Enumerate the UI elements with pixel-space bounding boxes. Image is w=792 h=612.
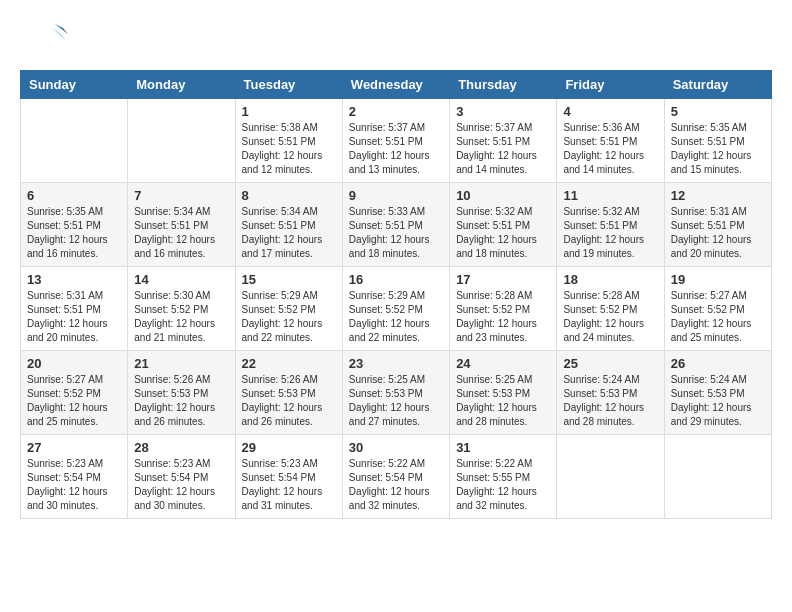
day-info: Sunrise: 5:29 AM Sunset: 5:52 PM Dayligh… (242, 289, 336, 345)
calendar-table: SundayMondayTuesdayWednesdayThursdayFrid… (20, 70, 772, 519)
day-number: 23 (349, 356, 443, 371)
day-info: Sunrise: 5:37 AM Sunset: 5:51 PM Dayligh… (349, 121, 443, 177)
calendar-cell: 9Sunrise: 5:33 AM Sunset: 5:51 PM Daylig… (342, 183, 449, 267)
logo-icon (20, 20, 70, 60)
day-number: 2 (349, 104, 443, 119)
day-number: 15 (242, 272, 336, 287)
calendar-cell: 22Sunrise: 5:26 AM Sunset: 5:53 PM Dayli… (235, 351, 342, 435)
day-number: 17 (456, 272, 550, 287)
calendar-cell: 19Sunrise: 5:27 AM Sunset: 5:52 PM Dayli… (664, 267, 771, 351)
day-number: 4 (563, 104, 657, 119)
day-header-saturday: Saturday (664, 71, 771, 99)
day-number: 20 (27, 356, 121, 371)
calendar-cell (21, 99, 128, 183)
svg-marker-0 (55, 24, 68, 34)
calendar-cell: 30Sunrise: 5:22 AM Sunset: 5:54 PM Dayli… (342, 435, 449, 519)
day-info: Sunrise: 5:23 AM Sunset: 5:54 PM Dayligh… (134, 457, 228, 513)
day-number: 5 (671, 104, 765, 119)
day-header-wednesday: Wednesday (342, 71, 449, 99)
calendar-cell: 27Sunrise: 5:23 AM Sunset: 5:54 PM Dayli… (21, 435, 128, 519)
calendar-cell: 1Sunrise: 5:38 AM Sunset: 5:51 PM Daylig… (235, 99, 342, 183)
day-number: 7 (134, 188, 228, 203)
calendar-cell: 29Sunrise: 5:23 AM Sunset: 5:54 PM Dayli… (235, 435, 342, 519)
calendar-cell (664, 435, 771, 519)
day-number: 11 (563, 188, 657, 203)
day-number: 30 (349, 440, 443, 455)
calendar-cell: 18Sunrise: 5:28 AM Sunset: 5:52 PM Dayli… (557, 267, 664, 351)
day-header-monday: Monday (128, 71, 235, 99)
calendar-week-row: 27Sunrise: 5:23 AM Sunset: 5:54 PM Dayli… (21, 435, 772, 519)
day-info: Sunrise: 5:28 AM Sunset: 5:52 PM Dayligh… (563, 289, 657, 345)
calendar-cell: 5Sunrise: 5:35 AM Sunset: 5:51 PM Daylig… (664, 99, 771, 183)
calendar-cell: 25Sunrise: 5:24 AM Sunset: 5:53 PM Dayli… (557, 351, 664, 435)
day-info: Sunrise: 5:28 AM Sunset: 5:52 PM Dayligh… (456, 289, 550, 345)
calendar-cell: 26Sunrise: 5:24 AM Sunset: 5:53 PM Dayli… (664, 351, 771, 435)
day-info: Sunrise: 5:32 AM Sunset: 5:51 PM Dayligh… (563, 205, 657, 261)
calendar-cell: 23Sunrise: 5:25 AM Sunset: 5:53 PM Dayli… (342, 351, 449, 435)
calendar-cell: 12Sunrise: 5:31 AM Sunset: 5:51 PM Dayli… (664, 183, 771, 267)
calendar-header-row: SundayMondayTuesdayWednesdayThursdayFrid… (21, 71, 772, 99)
calendar-week-row: 13Sunrise: 5:31 AM Sunset: 5:51 PM Dayli… (21, 267, 772, 351)
day-info: Sunrise: 5:26 AM Sunset: 5:53 PM Dayligh… (134, 373, 228, 429)
day-info: Sunrise: 5:24 AM Sunset: 5:53 PM Dayligh… (563, 373, 657, 429)
calendar-cell: 6Sunrise: 5:35 AM Sunset: 5:51 PM Daylig… (21, 183, 128, 267)
day-number: 26 (671, 356, 765, 371)
day-number: 18 (563, 272, 657, 287)
day-info: Sunrise: 5:22 AM Sunset: 5:55 PM Dayligh… (456, 457, 550, 513)
day-info: Sunrise: 5:31 AM Sunset: 5:51 PM Dayligh… (27, 289, 121, 345)
day-info: Sunrise: 5:35 AM Sunset: 5:51 PM Dayligh… (27, 205, 121, 261)
day-info: Sunrise: 5:34 AM Sunset: 5:51 PM Dayligh… (134, 205, 228, 261)
calendar-cell: 16Sunrise: 5:29 AM Sunset: 5:52 PM Dayli… (342, 267, 449, 351)
day-number: 28 (134, 440, 228, 455)
day-info: Sunrise: 5:27 AM Sunset: 5:52 PM Dayligh… (671, 289, 765, 345)
day-info: Sunrise: 5:27 AM Sunset: 5:52 PM Dayligh… (27, 373, 121, 429)
calendar-cell: 17Sunrise: 5:28 AM Sunset: 5:52 PM Dayli… (450, 267, 557, 351)
day-header-friday: Friday (557, 71, 664, 99)
day-number: 24 (456, 356, 550, 371)
calendar-cell: 3Sunrise: 5:37 AM Sunset: 5:51 PM Daylig… (450, 99, 557, 183)
day-info: Sunrise: 5:24 AM Sunset: 5:53 PM Dayligh… (671, 373, 765, 429)
day-number: 3 (456, 104, 550, 119)
calendar-week-row: 6Sunrise: 5:35 AM Sunset: 5:51 PM Daylig… (21, 183, 772, 267)
calendar-cell: 8Sunrise: 5:34 AM Sunset: 5:51 PM Daylig… (235, 183, 342, 267)
day-info: Sunrise: 5:35 AM Sunset: 5:51 PM Dayligh… (671, 121, 765, 177)
day-number: 22 (242, 356, 336, 371)
calendar-cell: 15Sunrise: 5:29 AM Sunset: 5:52 PM Dayli… (235, 267, 342, 351)
day-number: 21 (134, 356, 228, 371)
day-info: Sunrise: 5:36 AM Sunset: 5:51 PM Dayligh… (563, 121, 657, 177)
day-info: Sunrise: 5:23 AM Sunset: 5:54 PM Dayligh… (242, 457, 336, 513)
calendar-cell (557, 435, 664, 519)
calendar-cell: 2Sunrise: 5:37 AM Sunset: 5:51 PM Daylig… (342, 99, 449, 183)
calendar-cell: 7Sunrise: 5:34 AM Sunset: 5:51 PM Daylig… (128, 183, 235, 267)
calendar-cell: 20Sunrise: 5:27 AM Sunset: 5:52 PM Dayli… (21, 351, 128, 435)
calendar-cell: 24Sunrise: 5:25 AM Sunset: 5:53 PM Dayli… (450, 351, 557, 435)
day-header-thursday: Thursday (450, 71, 557, 99)
day-info: Sunrise: 5:25 AM Sunset: 5:53 PM Dayligh… (349, 373, 443, 429)
day-header-sunday: Sunday (21, 71, 128, 99)
calendar-cell: 21Sunrise: 5:26 AM Sunset: 5:53 PM Dayli… (128, 351, 235, 435)
day-info: Sunrise: 5:29 AM Sunset: 5:52 PM Dayligh… (349, 289, 443, 345)
day-number: 1 (242, 104, 336, 119)
day-number: 14 (134, 272, 228, 287)
day-number: 25 (563, 356, 657, 371)
day-info: Sunrise: 5:26 AM Sunset: 5:53 PM Dayligh… (242, 373, 336, 429)
day-number: 31 (456, 440, 550, 455)
day-number: 6 (27, 188, 121, 203)
calendar-cell: 10Sunrise: 5:32 AM Sunset: 5:51 PM Dayli… (450, 183, 557, 267)
calendar-week-row: 20Sunrise: 5:27 AM Sunset: 5:52 PM Dayli… (21, 351, 772, 435)
calendar-cell: 28Sunrise: 5:23 AM Sunset: 5:54 PM Dayli… (128, 435, 235, 519)
day-info: Sunrise: 5:25 AM Sunset: 5:53 PM Dayligh… (456, 373, 550, 429)
calendar-cell: 11Sunrise: 5:32 AM Sunset: 5:51 PM Dayli… (557, 183, 664, 267)
day-info: Sunrise: 5:32 AM Sunset: 5:51 PM Dayligh… (456, 205, 550, 261)
calendar-cell (128, 99, 235, 183)
calendar-cell: 14Sunrise: 5:30 AM Sunset: 5:52 PM Dayli… (128, 267, 235, 351)
day-number: 12 (671, 188, 765, 203)
page-header (20, 20, 772, 60)
logo (20, 20, 74, 60)
day-info: Sunrise: 5:31 AM Sunset: 5:51 PM Dayligh… (671, 205, 765, 261)
day-number: 19 (671, 272, 765, 287)
day-info: Sunrise: 5:38 AM Sunset: 5:51 PM Dayligh… (242, 121, 336, 177)
calendar-cell: 13Sunrise: 5:31 AM Sunset: 5:51 PM Dayli… (21, 267, 128, 351)
day-header-tuesday: Tuesday (235, 71, 342, 99)
day-number: 16 (349, 272, 443, 287)
